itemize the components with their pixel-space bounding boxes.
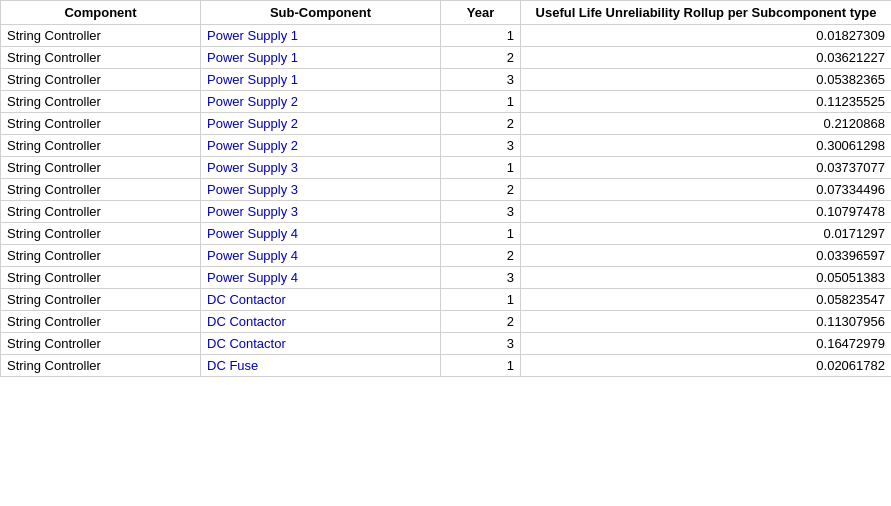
table-row: String ControllerDC Contactor10.05823547 xyxy=(1,289,892,311)
table-row: String ControllerPower Supply 420.033965… xyxy=(1,245,892,267)
cell-component: String Controller xyxy=(1,311,201,333)
cell-subcomponent: Power Supply 1 xyxy=(201,69,441,91)
cell-year: 1 xyxy=(441,289,521,311)
table-row: String ControllerPower Supply 310.037370… xyxy=(1,157,892,179)
header-component: Component xyxy=(1,1,201,25)
cell-component: String Controller xyxy=(1,91,201,113)
cell-value: 0.03396597 xyxy=(521,245,892,267)
cell-value: 0.0171297 xyxy=(521,223,892,245)
cell-component: String Controller xyxy=(1,47,201,69)
table-row: String ControllerPower Supply 430.050513… xyxy=(1,267,892,289)
cell-value: 0.02061782 xyxy=(521,355,892,377)
table-row: String ControllerPower Supply 320.073344… xyxy=(1,179,892,201)
cell-year: 2 xyxy=(441,47,521,69)
cell-subcomponent: Power Supply 2 xyxy=(201,113,441,135)
cell-value: 0.11235525 xyxy=(521,91,892,113)
cell-value: 0.2120868 xyxy=(521,113,892,135)
header-subcomponent: Sub-Component xyxy=(201,1,441,25)
cell-year: 3 xyxy=(441,135,521,157)
table-row: String ControllerPower Supply 220.212086… xyxy=(1,113,892,135)
main-table-container: Component Sub-Component Year Useful Life… xyxy=(0,0,891,377)
cell-subcomponent: Power Supply 4 xyxy=(201,223,441,245)
table-row: String ControllerDC Fuse10.02061782 xyxy=(1,355,892,377)
cell-year: 1 xyxy=(441,25,521,47)
cell-subcomponent: Power Supply 1 xyxy=(201,25,441,47)
cell-component: String Controller xyxy=(1,223,201,245)
cell-subcomponent: Power Supply 4 xyxy=(201,245,441,267)
header-row: Component Sub-Component Year Useful Life… xyxy=(1,1,892,25)
header-value: Useful Life Unreliability Rollup per Sub… xyxy=(521,1,892,25)
cell-value: 0.05382365 xyxy=(521,69,892,91)
cell-value: 0.05823547 xyxy=(521,289,892,311)
cell-component: String Controller xyxy=(1,267,201,289)
cell-year: 1 xyxy=(441,157,521,179)
cell-year: 1 xyxy=(441,355,521,377)
cell-component: String Controller xyxy=(1,25,201,47)
table-row: String ControllerPower Supply 210.112355… xyxy=(1,91,892,113)
cell-subcomponent: Power Supply 2 xyxy=(201,91,441,113)
cell-subcomponent: Power Supply 1 xyxy=(201,47,441,69)
table-row: String ControllerPower Supply 330.107974… xyxy=(1,201,892,223)
cell-value: 0.07334496 xyxy=(521,179,892,201)
cell-subcomponent: Power Supply 3 xyxy=(201,157,441,179)
cell-component: String Controller xyxy=(1,201,201,223)
cell-year: 3 xyxy=(441,201,521,223)
header-year: Year xyxy=(441,1,521,25)
table-row: String ControllerPower Supply 410.017129… xyxy=(1,223,892,245)
cell-value: 0.11307956 xyxy=(521,311,892,333)
cell-year: 3 xyxy=(441,267,521,289)
cell-component: String Controller xyxy=(1,355,201,377)
table-row: String ControllerDC Contactor30.16472979 xyxy=(1,333,892,355)
cell-component: String Controller xyxy=(1,245,201,267)
cell-value: 0.10797478 xyxy=(521,201,892,223)
cell-value: 0.30061298 xyxy=(521,135,892,157)
cell-year: 2 xyxy=(441,179,521,201)
cell-subcomponent: Power Supply 3 xyxy=(201,201,441,223)
cell-year: 2 xyxy=(441,113,521,135)
cell-subcomponent: Power Supply 4 xyxy=(201,267,441,289)
cell-year: 3 xyxy=(441,333,521,355)
table-row: String ControllerPower Supply 130.053823… xyxy=(1,69,892,91)
cell-year: 1 xyxy=(441,223,521,245)
table-row: String ControllerPower Supply 110.018273… xyxy=(1,25,892,47)
cell-subcomponent: DC Contactor xyxy=(201,311,441,333)
cell-year: 3 xyxy=(441,69,521,91)
data-table: Component Sub-Component Year Useful Life… xyxy=(0,0,891,377)
cell-year: 1 xyxy=(441,91,521,113)
cell-subcomponent: DC Fuse xyxy=(201,355,441,377)
table-row: String ControllerDC Contactor20.11307956 xyxy=(1,311,892,333)
cell-value: 0.05051383 xyxy=(521,267,892,289)
cell-subcomponent: DC Contactor xyxy=(201,333,441,355)
table-row: String ControllerPower Supply 230.300612… xyxy=(1,135,892,157)
cell-component: String Controller xyxy=(1,333,201,355)
cell-component: String Controller xyxy=(1,289,201,311)
cell-subcomponent: Power Supply 2 xyxy=(201,135,441,157)
cell-year: 2 xyxy=(441,245,521,267)
cell-value: 0.01827309 xyxy=(521,25,892,47)
cell-component: String Controller xyxy=(1,179,201,201)
table-row: String ControllerPower Supply 120.036212… xyxy=(1,47,892,69)
cell-component: String Controller xyxy=(1,135,201,157)
cell-subcomponent: Power Supply 3 xyxy=(201,179,441,201)
cell-component: String Controller xyxy=(1,157,201,179)
cell-value: 0.16472979 xyxy=(521,333,892,355)
cell-year: 2 xyxy=(441,311,521,333)
table-body: String ControllerPower Supply 110.018273… xyxy=(1,25,892,377)
cell-subcomponent: DC Contactor xyxy=(201,289,441,311)
cell-component: String Controller xyxy=(1,113,201,135)
cell-component: String Controller xyxy=(1,69,201,91)
cell-value: 0.03621227 xyxy=(521,47,892,69)
cell-value: 0.03737077 xyxy=(521,157,892,179)
